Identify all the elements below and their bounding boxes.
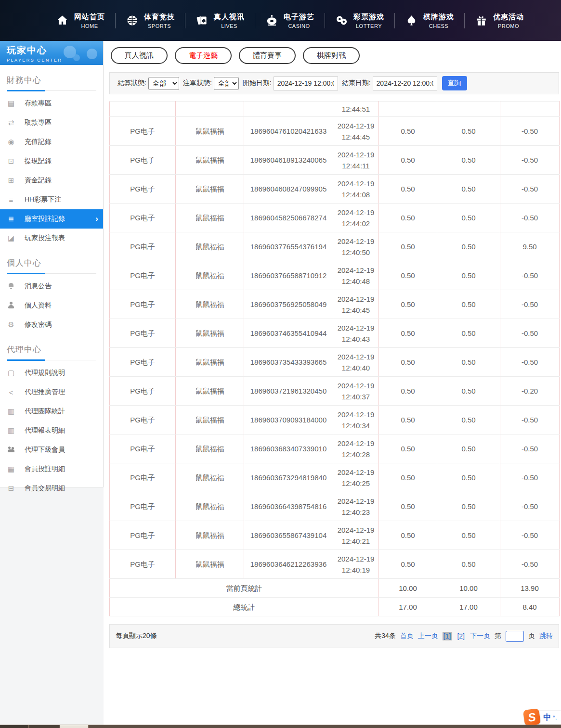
order-cell: 1869603776554376194 bbox=[244, 232, 333, 261]
sidebar-item-agent-team-stats[interactable]: ▥代理團隊統計 bbox=[0, 402, 103, 421]
sidebar-item-profile[interactable]: 個人資料 bbox=[0, 296, 103, 315]
sidebar-section-underline bbox=[7, 90, 96, 91]
nav-item-text: 体育竞技SPORTS bbox=[144, 13, 175, 29]
nav-item-casino[interactable]: 电子游艺CASINO bbox=[255, 13, 325, 29]
settle-status-label: 結算狀態: bbox=[117, 79, 146, 88]
tab-sports-events[interactable]: 體育賽事 bbox=[239, 47, 296, 64]
sogou-ime-widget[interactable]: S 中 °, bbox=[526, 711, 561, 725]
vendor-cell: PG电子 bbox=[110, 261, 176, 290]
page-jump-button[interactable]: 跳转 bbox=[539, 632, 553, 640]
nav-item-label-zh: 真人视讯 bbox=[214, 13, 245, 22]
sidebar-item-label: 玩家投注報表 bbox=[25, 234, 65, 243]
page-number-links: [1][2] bbox=[443, 632, 466, 640]
sidebar-item-player-bet-report[interactable]: ◪玩家投注報表 bbox=[0, 229, 103, 248]
time-cell: 2024-12-1912:40:50 bbox=[333, 232, 379, 261]
start-date-label: 開始日期: bbox=[243, 79, 272, 88]
sidebar-item-hh-lottery-bet[interactable]: ≡HH彩票下注 bbox=[0, 190, 103, 209]
total-count-text: 共34条 bbox=[375, 632, 396, 640]
nav-item-chess[interactable]: 棋牌游戏CHESS bbox=[395, 13, 464, 29]
bet-time: 12:44:11 bbox=[334, 160, 378, 171]
vendor-cell: PG电子 bbox=[110, 521, 176, 550]
sidebar-item-funds-record[interactable]: ⊞資金記錄 bbox=[0, 171, 103, 190]
gear-icon: ⚙ bbox=[6, 320, 16, 329]
start-date-input[interactable] bbox=[274, 77, 338, 90]
profit-cell: -0.50 bbox=[500, 290, 560, 319]
order-cell: 1869604582506678274 bbox=[244, 204, 333, 232]
time-cell: 2024-12-1912:40:45 bbox=[333, 290, 379, 319]
sidebar-item-label: 代理推廣管理 bbox=[25, 388, 65, 396]
ime-lang-indicator[interactable]: 中 bbox=[543, 713, 551, 723]
sidebar-item-agent-sub-members[interactable]: 代理下級會員 bbox=[0, 440, 103, 460]
summary-profit-cell: 8.40 bbox=[500, 598, 560, 616]
sidebar-item-label: 代理團隊統計 bbox=[25, 407, 65, 416]
game-cell: 鼠鼠福福 bbox=[176, 232, 244, 261]
profit-cell: -0.50 bbox=[500, 521, 560, 550]
page-jump-input[interactable] bbox=[506, 631, 524, 642]
sidebar-item-recharge-record[interactable]: ◉充值記錄 bbox=[0, 132, 103, 152]
table-row: PG电子鼠鼠福福18696047610204216332024-12-1912:… bbox=[110, 117, 560, 146]
order-cell: 1869604608247099905 bbox=[244, 175, 333, 204]
table-row: PG电子鼠鼠福福18696036834073390102024-12-1912:… bbox=[110, 434, 560, 463]
order-cell: 1869603735433393665 bbox=[244, 348, 333, 377]
sidebar-item-room-bet-record[interactable]: ≣廳室投註記錄› bbox=[0, 209, 103, 229]
vendor-cell: PG电子 bbox=[110, 232, 176, 261]
tab-live-video[interactable]: 真人視訊 bbox=[111, 47, 168, 64]
nav-item-label-en: LOTTERY bbox=[353, 23, 384, 29]
sidebar-item-withdraw-zone[interactable]: ⇄取款專區 bbox=[0, 113, 103, 132]
page-prev-link[interactable]: 上一页 bbox=[418, 632, 438, 640]
sidebar-item-change-password[interactable]: ⚙修改密碼 bbox=[0, 315, 103, 334]
vendor-cell: PG电子 bbox=[110, 406, 176, 434]
settle-status-select[interactable]: 全部 bbox=[148, 77, 179, 90]
moneybag-icon: ◉ bbox=[6, 138, 16, 146]
nav-item-home[interactable]: 网站首页HOME bbox=[46, 13, 115, 29]
vendor-cell: PG电子 bbox=[110, 146, 176, 175]
nav-item-lottery[interactable]: 彩票游戏LOTTERY bbox=[325, 13, 394, 29]
sidebar-item-agent-report-detail[interactable]: ▥代理報表明細 bbox=[0, 421, 103, 440]
sidebar-item-member-bet-detail[interactable]: ▦會員投註明細 bbox=[0, 460, 103, 479]
ime-toolbar-marks[interactable]: °, bbox=[553, 715, 557, 720]
sidebar-item-member-trade-detail[interactable]: ⊟會員交易明細 bbox=[0, 479, 103, 498]
bet-cell: 0.50 bbox=[379, 550, 437, 579]
person-icon bbox=[6, 302, 16, 310]
bet-cell: 0.50 bbox=[379, 348, 437, 377]
sidebar-item-announcements[interactable]: 消息公告 bbox=[0, 277, 103, 296]
nav-item-promo[interactable]: 优惠活动PROMO bbox=[465, 13, 534, 29]
sidebar-item-label: 代理報表明細 bbox=[25, 426, 65, 435]
table-row: PG电子鼠鼠福福18696037219613204502024-12-1912:… bbox=[110, 377, 560, 406]
sidebar-item-deposit-zone[interactable]: ▤存款專區 bbox=[0, 94, 103, 113]
chevron-right-icon: › bbox=[95, 214, 98, 224]
nav-item-label-zh: 体育竞技 bbox=[144, 13, 175, 22]
sidebar-item-label: 提現記錄 bbox=[25, 157, 52, 166]
profit-cell: -0.50 bbox=[500, 406, 560, 434]
tab-electronic-games[interactable]: 電子遊藝 bbox=[175, 47, 232, 64]
page-first-link[interactable]: 首页 bbox=[400, 632, 414, 640]
sidebar-item-withdrawal-record[interactable]: ⊡提現記錄 bbox=[0, 152, 103, 171]
sidebar-item-label: 資金記錄 bbox=[25, 176, 52, 185]
tab-chess-battle[interactable]: 棋牌對戰 bbox=[303, 47, 360, 64]
vendor-cell: PG电子 bbox=[110, 204, 176, 232]
sogou-logo[interactable]: S bbox=[523, 708, 541, 726]
page-link-1[interactable]: [1] bbox=[443, 632, 452, 640]
nav-item-sports[interactable]: 体育竞技SPORTS bbox=[116, 13, 185, 29]
sidebar-item-agent-promotion[interactable]: <代理推廣管理 bbox=[0, 383, 103, 402]
page-link-2[interactable]: [2] bbox=[456, 632, 466, 640]
roulette-icon bbox=[265, 14, 278, 27]
nav-item-text: 真人视讯LIVES bbox=[214, 13, 245, 29]
search-button[interactable]: 查詢 bbox=[442, 76, 467, 90]
valid-bet-cell: 0.50 bbox=[437, 521, 500, 550]
valid-bet-cell: 0.50 bbox=[437, 117, 500, 146]
nav-item-lives[interactable]: 真人视讯LIVES bbox=[185, 13, 255, 29]
nav-item-label-en: CHESS bbox=[423, 23, 454, 29]
sidebar-section-list: ▢代理規則說明<代理推廣管理▥代理團隊統計▥代理報表明細代理下級會員▦會員投註明… bbox=[0, 363, 103, 498]
page-next-link[interactable]: 下一页 bbox=[470, 632, 490, 640]
valid-bet-cell: 0.50 bbox=[437, 406, 500, 434]
end-date-input[interactable] bbox=[373, 77, 437, 90]
sidebar-item-agent-rules[interactable]: ▢代理規則說明 bbox=[0, 363, 103, 383]
table-row: PG电子鼠鼠福福18696036462122639362024-12-1912:… bbox=[110, 550, 560, 579]
main-content: 真人視訊電子遊藝體育賽事棋牌對戰 結算狀態: 全部 注單狀態: 全部 開始日期:… bbox=[104, 41, 561, 648]
nav-item-label-zh: 电子游艺 bbox=[284, 13, 314, 22]
users-icon bbox=[6, 446, 16, 454]
time-cell: 2024-12-1912:44:02 bbox=[333, 204, 379, 232]
bet-time: 12:40:37 bbox=[334, 391, 378, 402]
order-status-select[interactable]: 全部 bbox=[214, 77, 239, 90]
